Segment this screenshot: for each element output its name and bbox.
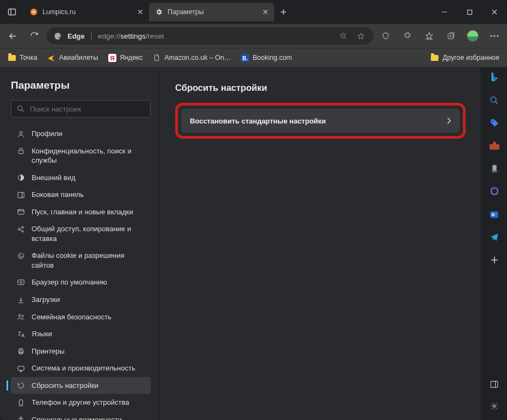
svg-rect-72: [491, 381, 498, 387]
bookmark-tochka[interactable]: Точка: [8, 53, 38, 62]
sidebar-item-reset[interactable]: Сбросить настройки: [11, 377, 151, 394]
home-icon: [16, 208, 25, 217]
sidebar-item-label: Пуск, главная и новые вкладки: [32, 207, 146, 217]
close-icon[interactable]: ✕: [262, 8, 269, 16]
svg-rect-65: [492, 165, 497, 171]
profile-avatar[interactable]: [463, 27, 482, 45]
sidebar-item-cookie[interactable]: Файлы cookie и разрешения сайтов: [11, 247, 151, 274]
settings-search[interactable]: [11, 100, 151, 118]
url-text: edge://settings/reset: [98, 32, 332, 40]
sidebar-item-home[interactable]: Пуск, главная и новые вкладки: [11, 203, 151, 221]
sidebar-item-printer[interactable]: Принтеры: [11, 343, 151, 360]
games-icon[interactable]: [488, 162, 501, 175]
sidebar-item-label: Профили: [32, 129, 146, 139]
workspace: Параметры ПрофилиКонфиденциальность, пои…: [0, 67, 507, 420]
svg-rect-45: [17, 280, 23, 285]
sidebar-item-phone[interactable]: Телефон и другие устройства: [11, 394, 151, 411]
phone-icon: [16, 398, 25, 407]
svg-rect-64: [493, 142, 496, 145]
sidebar-item-default[interactable]: Браузер по умолчанию: [11, 274, 151, 291]
close-window-button[interactable]: [482, 0, 507, 24]
bookmark-label: Booking.com: [252, 54, 292, 61]
bookmark-amazon[interactable]: Amazon.co.uk – On…: [152, 53, 231, 62]
svg-point-59: [20, 417, 22, 418]
add-rail-button[interactable]: [488, 254, 501, 267]
bookmark-label: Авиабилеты: [59, 54, 98, 61]
svg-text:Я: Я: [110, 55, 114, 61]
folder-icon: [8, 53, 16, 62]
svg-rect-0: [9, 9, 16, 15]
chevron-right-icon: [447, 118, 451, 124]
favorites-icon[interactable]: [420, 27, 438, 45]
svg-point-21: [497, 35, 498, 36]
new-tab-button[interactable]: [274, 8, 293, 16]
back-button[interactable]: [3, 27, 22, 45]
sidebar-settings-icon[interactable]: [488, 399, 501, 412]
gear-icon: [154, 8, 163, 16]
collections-icon[interactable]: [442, 27, 460, 45]
default-icon: [16, 278, 25, 287]
search-rail-icon[interactable]: [488, 94, 501, 107]
vertical-tabs-button[interactable]: [0, 0, 24, 24]
tools-icon[interactable]: [488, 139, 501, 152]
svg-point-28: [20, 131, 22, 134]
more-menu-button[interactable]: [485, 27, 504, 45]
sidebar-item-accessibility[interactable]: Специальные возможности: [11, 411, 151, 420]
bookmark-yandex[interactable]: ЯЯндекс: [108, 53, 143, 62]
yandex-icon: Я: [108, 53, 116, 62]
maximize-button[interactable]: [457, 0, 482, 24]
address-bar[interactable]: Edge | edge://settings/reset: [47, 27, 373, 45]
tab-title: Lumpics.ru: [42, 8, 133, 16]
svg-rect-63: [490, 144, 499, 150]
svg-rect-52: [20, 349, 22, 350]
bing-icon[interactable]: [488, 71, 501, 84]
sidebar-item-system[interactable]: Система и производительность: [11, 360, 151, 377]
extensions-icon[interactable]: [398, 27, 417, 45]
titlebar: Lumpics.ru ✕ Параметры ✕: [0, 0, 507, 24]
sidebar-item-sidepanel[interactable]: Боковая панель: [11, 186, 151, 203]
microsoft365-icon[interactable]: [488, 185, 501, 198]
tab-settings[interactable]: Параметры ✕: [149, 3, 274, 21]
sidebar-item-lock[interactable]: Конфиденциальность, поиск и службы: [11, 143, 151, 169]
bookmark-other[interactable]: Другое избранное: [430, 53, 499, 62]
svg-point-20: [493, 35, 495, 36]
sidebar-item-family[interactable]: Семейная безопасность: [11, 308, 151, 326]
bookmark-booking[interactable]: B.Booking.com: [240, 53, 292, 62]
outlook-icon[interactable]: [488, 208, 501, 221]
svg-line-39: [20, 227, 22, 229]
sidebar-item-share[interactable]: Общий доступ, копирование и вставка: [11, 220, 151, 247]
highlight-callout: Восстановить стандартные настройки: [175, 103, 466, 139]
toggle-sidebar-icon[interactable]: [488, 378, 501, 391]
page-icon: [152, 53, 161, 62]
telegram-icon[interactable]: [488, 231, 501, 244]
svg-point-46: [20, 281, 22, 283]
tab-lumpics[interactable]: Lumpics.ru ✕: [24, 3, 149, 21]
folder-icon: [430, 53, 439, 62]
svg-rect-31: [17, 192, 23, 197]
bookmark-label: Точка: [20, 54, 38, 61]
sidebar-item-appearance[interactable]: Внешний вид: [11, 169, 151, 187]
svg-point-62: [492, 121, 493, 122]
tracking-prevention-icon[interactable]: [376, 27, 395, 45]
refresh-button[interactable]: [25, 27, 44, 45]
window-controls: [432, 0, 507, 24]
favorite-icon[interactable]: [355, 32, 367, 40]
svg-text:B.: B.: [242, 55, 248, 61]
sidebar-item-profile[interactable]: Профили: [11, 125, 151, 143]
restore-defaults-button[interactable]: Восстановить стандартные настройки: [181, 109, 460, 133]
shopping-tag-icon[interactable]: [488, 116, 501, 129]
search-input[interactable]: [30, 105, 145, 113]
svg-rect-66: [491, 171, 497, 172]
svg-line-40: [20, 230, 22, 231]
bookmark-aviabilety[interactable]: Авиабилеты: [47, 53, 98, 62]
svg-line-13: [344, 37, 346, 39]
close-icon[interactable]: ✕: [137, 8, 144, 16]
sidebar-item-download[interactable]: Загрузки: [11, 291, 151, 308]
bookmark-label: Яндекс: [120, 54, 143, 61]
sidebar-item-label: Общий доступ, копирование и вставка: [32, 224, 146, 243]
globe-icon: [29, 8, 38, 16]
tab-title: Параметры: [168, 8, 258, 16]
minimize-button[interactable]: [432, 0, 457, 24]
zoom-icon[interactable]: [337, 32, 349, 40]
sidebar-item-lang[interactable]: Языки: [11, 325, 151, 343]
